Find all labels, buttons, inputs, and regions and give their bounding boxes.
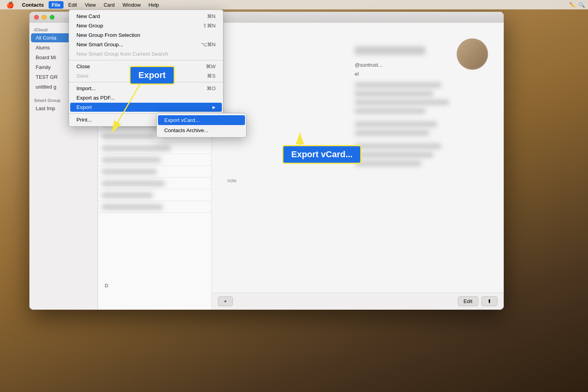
list-item[interactable] [98,166,211,178]
annotation-export: Export [129,66,175,85]
menu-close-shortcut: ⌘W [206,64,216,69]
tel-preview: el [355,71,359,77]
submenu-contacts-archive[interactable]: Contacts Archive... [158,125,245,135]
menubar-file[interactable]: File [49,1,64,9]
email-preview: @suntrust... [355,62,382,68]
separator-1 [69,60,223,60]
menu-export-arrow: ▶ [212,105,216,109]
menu-new-group-from-selection[interactable]: New Group From Selection [70,31,222,40]
add-contact-button[interactable]: + [218,296,233,306]
list-item[interactable] [98,178,211,189]
submenu-contacts-archive-label: Contacts Archive... [164,127,209,133]
list-item[interactable] [98,189,211,201]
menu-new-smart-from-search: New Smart Group from Current Search [70,49,222,58]
export-submenu[interactable]: Export vCard... Contacts Archive... [156,113,247,138]
menu-import-shortcut: ⌘O [207,85,216,91]
share-button[interactable]: ⬆ [481,296,497,306]
menubar-window[interactable]: Window [120,1,144,9]
detail-panel: @suntrust... el [212,23,504,310]
menu-new-smart-from-search-label: New Smart Group from Current Search [76,51,168,57]
annotation-vcard: Export vCard... [282,145,361,164]
menu-export-pdf[interactable]: Export as PDF... [70,93,222,102]
menubar-card[interactable]: Card [100,1,118,9]
minimize-button[interactable] [42,15,47,20]
menu-new-card-label: New Card [76,13,100,19]
maximize-button[interactable] [50,15,54,20]
menu-new-group[interactable]: New Group ⇧⌘N [70,21,222,30]
menu-save-shortcut: ⌘S [207,73,216,79]
apple-menu[interactable]: 🍎 [3,1,17,9]
menu-import-label: Import... [76,85,96,91]
edit-button[interactable]: Edit [458,296,478,306]
list-item[interactable] [98,142,211,154]
contact-list-letter: D [100,281,113,290]
menu-import[interactable]: Import... ⌘O [70,84,222,93]
menubar-right-icons: ✏️ 🔍 [569,2,585,8]
search-icon: 🔍 [579,2,585,8]
submenu-export-vcard[interactable]: Export vCard... [158,115,245,125]
submenu-export-vcard-label: Export vCard... [164,117,200,123]
note-label: note [227,178,236,183]
menu-new-group-label: New Group [76,23,103,29]
menubar: 🍎 Contacts File Edit View Card Window He… [0,0,588,9]
annotation-vcard-label: Export vCard... [282,145,361,164]
contact-avatar [457,38,488,70]
menubar-help[interactable]: Help [145,1,162,9]
menu-new-card-shortcut: ⌘N [207,13,216,19]
menu-new-smart-group-label: New Smart Group... [76,42,123,47]
menu-save-label: Save [76,73,89,79]
menu-export[interactable]: Export ▶ [70,103,222,112]
annotation-export-label: Export [129,66,175,85]
menu-new-card[interactable]: New Card ⌘N [70,12,222,21]
menubar-contacts[interactable]: Contacts [19,1,47,9]
menu-export-label: Export [76,104,92,110]
close-button[interactable] [34,15,39,20]
menu-print-label: Print... [76,117,92,123]
menubar-edit[interactable]: Edit [65,1,80,9]
menu-new-group-from-selection-label: New Group From Selection [76,32,140,38]
menubar-view[interactable]: View [82,1,99,9]
menu-close-label: Close [76,64,90,69]
pencil-icon: ✏️ [569,2,575,8]
menu-new-group-shortcut: ⇧⌘N [203,23,216,29]
detail-bottom-bar: + Edit ⬆ [212,292,504,310]
menu-new-smart-group-shortcut: ⌥⌘N [201,42,216,47]
list-item[interactable] [98,154,211,166]
list-item[interactable] [98,201,211,213]
menu-new-smart-group[interactable]: New Smart Group... ⌥⌘N [70,40,222,49]
menu-export-pdf-label: Export as PDF... [76,95,115,101]
